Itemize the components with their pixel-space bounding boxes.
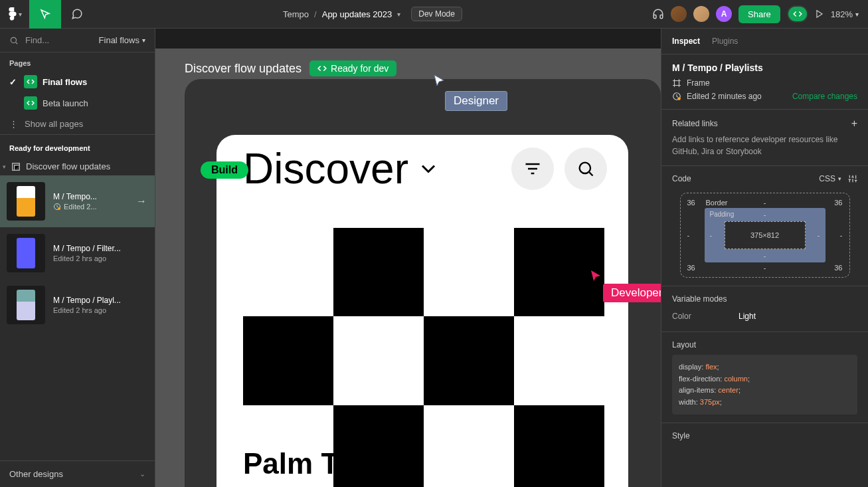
dev-page-icon <box>24 75 37 88</box>
content-title: Palm Trees <box>243 447 397 480</box>
flow-item[interactable]: ▾ Discover flow updates <box>0 157 155 175</box>
dots-icon: ⋮ <box>9 119 18 129</box>
chevron-down-icon: ▾ <box>838 175 841 182</box>
topbar: ▾ Tempo / App updates 2023 ▾ Dev Mode A … <box>0 0 868 29</box>
arrow-right-icon: → <box>136 195 147 207</box>
page-name: Final flows <box>43 77 87 87</box>
thumbnail-subtitle: Edited 2 hrs ago <box>53 254 148 262</box>
thumbnail <box>7 182 45 221</box>
thumbnail <box>7 286 45 324</box>
layout-label: Layout <box>672 340 857 349</box>
play-icon[interactable] <box>815 9 824 19</box>
page-dropdown[interactable]: Final flows ▾ <box>99 35 145 45</box>
thumbnail-title: M / Tempo / Playl... <box>53 296 148 305</box>
chevron-down-icon <box>416 157 440 181</box>
build-badge: Build <box>201 161 248 179</box>
designer-cursor-label: Designer <box>445 91 507 111</box>
designer-cursor-icon <box>433 74 446 90</box>
clock-icon <box>53 203 61 211</box>
variable-color-value: Light <box>738 312 756 321</box>
padding-label: Padding <box>710 211 735 218</box>
check-icon: ✓ <box>9 77 19 87</box>
svg-point-4 <box>580 163 590 173</box>
filter-icon <box>523 159 542 178</box>
border-label: Border <box>706 199 728 207</box>
headphones-icon[interactable] <box>652 8 664 20</box>
flow-icon <box>11 162 21 171</box>
box-model-diagram: Border 36 36 36 36 - - - - Padding - - -… <box>680 193 850 278</box>
ready-for-dev-badge[interactable]: Ready for dev <box>309 60 396 76</box>
svg-point-0 <box>11 37 16 43</box>
caret-icon: ▾ <box>3 163 6 170</box>
frame-thumbnail-item[interactable]: M / Tempo... Edited 2... → <box>0 175 155 227</box>
frame-thumbnail-item[interactable]: M / Tempo / Playl... Edited 2 hrs ago <box>0 279 155 331</box>
dev-mode-badge[interactable]: Dev Mode <box>411 7 462 21</box>
compare-changes-link[interactable]: Compare changes <box>792 92 857 101</box>
selected-frame-path: M / Tempo / Playlists <box>672 62 857 73</box>
page-item-final-flows[interactable]: ✓ Final flows <box>0 71 155 92</box>
frame-icon <box>672 78 681 88</box>
code-section-label: Code <box>672 174 691 183</box>
share-button[interactable]: Share <box>738 5 780 23</box>
breadcrumb: Tempo / App updates 2023 ▾ Dev Mode <box>93 7 652 21</box>
chevron-down-icon: ▾ <box>142 37 145 44</box>
svg-point-6 <box>677 97 681 100</box>
search-input[interactable]: Find... <box>9 35 49 45</box>
frame-thumbnail-item[interactable]: M / Tempo / Filter... Edited 2 hrs ago <box>0 227 155 279</box>
show-all-pages[interactable]: ⋮ Show all pages <box>0 114 155 134</box>
page-dropdown-label: Final flows <box>99 35 139 45</box>
app-screen-mockup: Discover Palm Trees <box>217 135 628 487</box>
filter-button[interactable] <box>511 147 554 190</box>
breadcrumb-file[interactable]: App updates 2023 <box>322 9 392 19</box>
search-icon <box>9 36 19 45</box>
search-row: Find... Final flows ▾ <box>0 29 155 52</box>
move-tool-button[interactable] <box>29 0 61 29</box>
code-icon <box>788 7 807 21</box>
tab-plugins[interactable]: Plugins <box>712 37 738 46</box>
search-placeholder: Find... <box>25 35 49 45</box>
dev-page-icon <box>24 96 37 110</box>
variable-modes-label: Variable modes <box>672 294 857 304</box>
code-language-select[interactable]: CSS ▾ <box>819 174 841 183</box>
comment-tool-button[interactable] <box>61 0 93 29</box>
right-sidebar: Inspect Plugins M / Tempo / Playlists Fr… <box>661 29 868 487</box>
zoom-control[interactable]: 182% ▾ <box>831 9 859 19</box>
canvas-frame-title: Discover flow updates <box>185 62 302 76</box>
style-label: Style <box>672 431 857 440</box>
tab-inspect[interactable]: Inspect <box>672 37 700 46</box>
developer-cursor-label: Developer <box>603 284 661 302</box>
thumbnail <box>7 234 45 272</box>
chevron-down-icon: ▾ <box>855 11 859 18</box>
canvas[interactable]: Discover flow updates Ready for dev Buil… <box>155 29 661 487</box>
inspect-tabs: Inspect Plugins <box>661 29 868 54</box>
related-links-label: Related links <box>672 119 718 128</box>
page-name: Beta launch <box>43 98 88 108</box>
svg-point-3 <box>58 207 60 210</box>
developer-cursor-icon <box>590 269 603 285</box>
content-size: 375×812 <box>725 221 806 249</box>
chevron-down-icon: ⌄ <box>139 470 145 478</box>
topbar-right: A Share 182% ▾ <box>652 5 868 23</box>
canvas-frame-header: Discover flow updates Ready for dev <box>185 60 396 76</box>
add-link-button[interactable]: + <box>851 118 857 130</box>
clock-icon <box>672 92 681 101</box>
frame-type-row: Frame <box>672 78 857 88</box>
css-code-block[interactable]: display: flex; flex-direction: column; a… <box>672 355 857 415</box>
figma-logo-button[interactable]: ▾ <box>0 0 29 29</box>
user-avatar-1[interactable] <box>671 6 687 22</box>
search-icon <box>576 159 595 178</box>
dev-mode-toggle[interactable] <box>787 5 808 23</box>
breadcrumb-separator: / <box>314 9 317 19</box>
settings-icon[interactable] <box>848 174 857 183</box>
discover-heading: Discover <box>243 144 440 193</box>
variable-color-label: Color <box>672 312 712 321</box>
show-all-label: Show all pages <box>25 119 83 129</box>
thumbnail-subtitle: Edited 2... <box>53 203 148 211</box>
search-button[interactable] <box>564 147 607 190</box>
breadcrumb-project[interactable]: Tempo <box>283 9 309 19</box>
user-avatar-2[interactable] <box>693 6 709 22</box>
user-avatar-self[interactable]: A <box>716 6 732 22</box>
page-item-beta-launch[interactable]: Beta launch <box>0 92 155 114</box>
chevron-down-icon[interactable]: ▾ <box>397 11 400 18</box>
other-designs-section[interactable]: Other designs ⌄ <box>0 460 155 487</box>
